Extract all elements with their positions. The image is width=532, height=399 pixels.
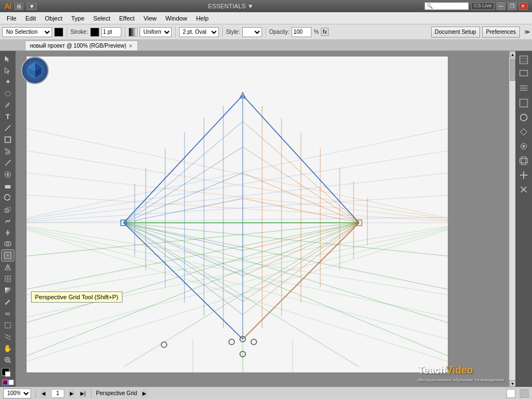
- tab-title: новый проект @ 100% (RGB/Preview): [30, 43, 126, 49]
- prev-page-button[interactable]: ◀: [40, 389, 47, 398]
- preferences-button[interactable]: Preferences: [482, 27, 520, 38]
- uniform-dropdown[interactable]: Uniform: [140, 27, 172, 37]
- fill-swatch[interactable]: [54, 28, 63, 37]
- status-bar: 100% 50% 200% ◀ ▶ ▶| Perspective Grid ▶: [0, 387, 532, 399]
- zoom-tool[interactable]: [2, 355, 14, 366]
- stroke-swatch[interactable]: [90, 28, 99, 37]
- svg-rect-121: [520, 56, 528, 64]
- color-mode-btns: [2, 380, 14, 387]
- menu-bar: File Edit Object Type Select Effect View…: [0, 12, 532, 24]
- gradient-tool[interactable]: [2, 285, 14, 296]
- type-tool[interactable]: T: [2, 111, 14, 122]
- blend-tool[interactable]: ∞: [2, 308, 14, 319]
- scroll-thumb[interactable]: [510, 59, 515, 81]
- page-number-input[interactable]: [51, 389, 64, 398]
- menu-object[interactable]: Object: [40, 14, 67, 23]
- panel-btn-7[interactable]: [517, 140, 530, 153]
- artboard-tool[interactable]: [2, 320, 14, 331]
- mode-expand-button[interactable]: ▶: [141, 389, 147, 398]
- vertical-scrollbar[interactable]: ▲ ▼: [509, 51, 515, 387]
- panel-btn-4[interactable]: [517, 96, 530, 110]
- search-box[interactable]: 🔍: [424, 2, 469, 10]
- svg-line-34: [5, 337, 11, 340]
- status-indicator: [507, 389, 515, 398]
- menu-window[interactable]: Window: [161, 14, 192, 23]
- menu-help[interactable]: Help: [192, 14, 213, 23]
- minimize-button[interactable]: —: [497, 2, 505, 10]
- zoom-select[interactable]: 100% 50% 200%: [3, 388, 31, 398]
- eyedropper-tool[interactable]: [2, 296, 14, 308]
- perspective-selection-tool[interactable]: [2, 262, 14, 273]
- line-tool[interactable]: [2, 122, 14, 134]
- panel-btn-1[interactable]: [517, 53, 530, 66]
- brush-dropdown[interactable]: 2 pt. Oval: [179, 27, 219, 37]
- panel-toggle[interactable]: ≫: [524, 29, 530, 35]
- title-bar: Ai ⊞ ▼ ESSENTIALS ▼ 🔍 CS Live — ❐ ✕: [0, 0, 532, 12]
- document-setup-button[interactable]: Document Setup: [431, 27, 480, 38]
- eraser-tool[interactable]: [2, 181, 14, 192]
- scroll-track[interactable]: [509, 58, 515, 380]
- slice-tool[interactable]: [2, 331, 14, 342]
- last-page-button[interactable]: ▶|: [79, 389, 86, 398]
- blob-brush-tool[interactable]: [2, 169, 14, 180]
- svg-rect-29: [5, 288, 11, 293]
- separator5: [265, 27, 266, 38]
- mesh-tool[interactable]: [2, 273, 14, 284]
- separator3: [175, 27, 176, 38]
- rotate-tool[interactable]: [2, 192, 14, 203]
- panel-btn-2[interactable]: [517, 68, 530, 81]
- paintbrush-tool[interactable]: [2, 146, 14, 157]
- panel-btn-9[interactable]: [517, 168, 530, 182]
- selection-dropdown[interactable]: No Selection: [2, 27, 52, 37]
- color-mode-btn[interactable]: [2, 380, 8, 385]
- tab-close-button[interactable]: ✕: [129, 43, 133, 49]
- doc-icon: ⊞: [14, 3, 23, 10]
- close-button[interactable]: ✕: [519, 2, 528, 10]
- pencil-tool[interactable]: [2, 157, 14, 168]
- panel-btn-10[interactable]: [517, 183, 530, 196]
- menu-type[interactable]: Type: [67, 14, 89, 23]
- cs-live-btn[interactable]: CS Live: [471, 2, 494, 10]
- workspace-selector[interactable]: ESSENTIALS ▼: [208, 3, 254, 9]
- warp-tool[interactable]: [2, 216, 14, 227]
- stroke-label: Stroke:: [70, 29, 88, 35]
- selection-tool[interactable]: [2, 53, 14, 64]
- scale-tool[interactable]: [2, 204, 14, 215]
- opacity-input[interactable]: [291, 27, 311, 37]
- fx-icon[interactable]: fx: [321, 28, 329, 36]
- panel-btn-3[interactable]: [517, 82, 530, 95]
- perspective-widget[interactable]: [21, 57, 49, 84]
- none-mode-btn[interactable]: [8, 380, 14, 385]
- document-tab[interactable]: новый проект @ 100% (RGB/Preview) ✕: [25, 40, 138, 50]
- hand-tool[interactable]: ✋: [2, 343, 14, 354]
- next-page-button[interactable]: ▶: [69, 389, 75, 398]
- stroke-value[interactable]: [101, 27, 121, 37]
- arrange-btn[interactable]: ▼: [27, 3, 37, 10]
- svg-rect-124: [520, 70, 528, 76]
- shape-builder-tool[interactable]: [2, 239, 14, 250]
- status-sep2: [91, 389, 91, 398]
- restore-button[interactable]: ❐: [508, 2, 516, 10]
- panel-btn-5[interactable]: [517, 111, 530, 124]
- separator: [66, 27, 67, 38]
- magic-wand-tool[interactable]: ✦: [2, 76, 14, 88]
- menu-edit[interactable]: Edit: [21, 14, 40, 23]
- rectangle-tool[interactable]: [2, 134, 14, 145]
- menu-view[interactable]: View: [139, 14, 161, 23]
- svg-line-3: [6, 161, 10, 165]
- svg-point-31: [5, 303, 7, 305]
- direct-selection-tool[interactable]: [2, 65, 14, 76]
- menu-select[interactable]: Select: [89, 14, 115, 23]
- panel-btn-8[interactable]: [517, 154, 530, 167]
- width-tool[interactable]: [2, 227, 14, 238]
- lasso-tool[interactable]: [2, 88, 14, 99]
- perspective-grid-tool[interactable]: [2, 250, 14, 261]
- options-bar: No Selection Stroke: Uniform 2 pt. Oval …: [0, 24, 532, 40]
- pen-tool[interactable]: [2, 100, 14, 111]
- perspective-grid-svg: [27, 57, 448, 372]
- panel-btn-6[interactable]: [517, 125, 530, 139]
- menu-effect[interactable]: Effect: [115, 14, 139, 23]
- style-dropdown[interactable]: [242, 27, 262, 37]
- fill-color-swatch[interactable]: [2, 368, 14, 379]
- menu-file[interactable]: File: [2, 14, 21, 23]
